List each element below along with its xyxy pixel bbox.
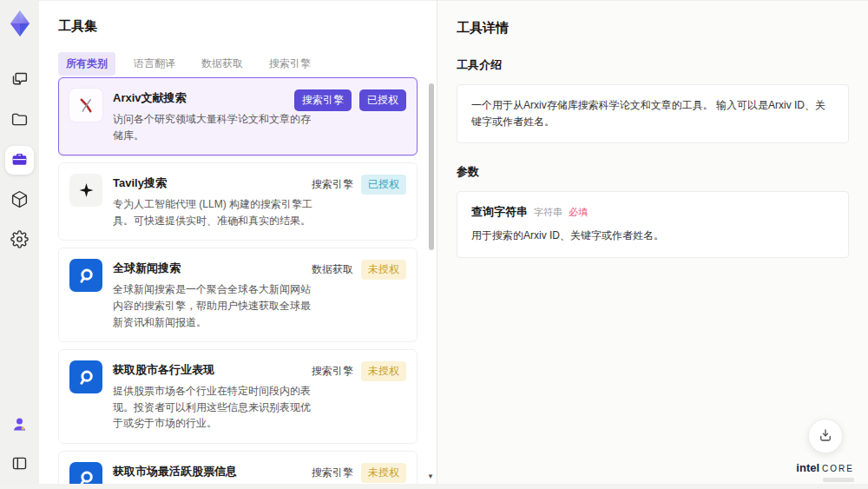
scrollbar-thumb[interactable] bbox=[429, 83, 434, 250]
arxiv-icon bbox=[69, 89, 102, 122]
user-icon bbox=[10, 415, 29, 436]
core-brand-text: core bbox=[822, 464, 854, 473]
auth-status-badge: 未授权 bbox=[361, 361, 406, 381]
window-bottom-edge bbox=[0, 484, 868, 489]
auth-status-badge: 未授权 bbox=[361, 463, 406, 483]
sidebar-item-toggle-panel[interactable] bbox=[5, 450, 34, 479]
app-window: 工具集 所有类别语言翻译数据获取搜索引擎 Arxiv文献搜索 访问各个研究领域大… bbox=[0, 0, 868, 489]
param-box: 查询字符串 字符串 必填 用于搜索的Arxiv ID、关键字或作者姓名。 bbox=[457, 191, 849, 257]
category-badge: 搜索引擎 bbox=[294, 89, 352, 111]
tool-card[interactable]: 获取股市各行业表现 提供股票市场各个行业在特定时间段内的表现。投资者可以利用这些… bbox=[58, 349, 418, 444]
tab-1-语言翻译[interactable]: 语言翻译 bbox=[126, 52, 183, 76]
card-badges: 搜索引擎 已授权 bbox=[312, 175, 406, 195]
tool-description: 全球新闻搜索是一个聚合全球各大新闻网站内容的搜索引擎，帮助用户快速获取全球最新资… bbox=[113, 281, 318, 330]
folder-icon bbox=[10, 110, 29, 131]
sidebar-item-profile[interactable] bbox=[5, 411, 34, 439]
tool-description: 访问各个研究领域大量科学论文和文章的存储库。 bbox=[113, 111, 318, 143]
briefcase-icon bbox=[10, 150, 29, 171]
tool-detail-pane: 工具详情 工具介绍 一个用于从Arxiv存储库搜索科学论文和文章的工具。 输入可… bbox=[437, 0, 868, 489]
intel-core-logo: intelcore bbox=[796, 459, 854, 482]
tool-list: Arxiv文献搜索 访问各个研究领域大量科学论文和文章的存储库。 搜索引擎 已授… bbox=[58, 77, 418, 489]
news-icon bbox=[69, 360, 102, 393]
auth-status-badge: 未授权 bbox=[361, 260, 406, 280]
param-head: 查询字符串 字符串 必填 bbox=[471, 204, 834, 220]
chat-icon bbox=[10, 70, 29, 91]
card-badges: 搜索引擎 已授权 bbox=[294, 89, 406, 111]
param-required-badge: 必填 bbox=[569, 206, 588, 219]
page-title: 工具集 bbox=[58, 18, 418, 35]
sidebar-bottom bbox=[5, 411, 34, 479]
card-badges: 搜索引擎 未授权 bbox=[312, 361, 406, 381]
category-badge: 搜索引擎 bbox=[312, 466, 353, 480]
tool-description: 提供股票市场各个行业在特定时间段内的表现。投资者可以利用这些信息来识别表现优于或… bbox=[113, 383, 318, 432]
toolset-pane: 工具集 所有类别语言翻译数据获取搜索引擎 Arxiv文献搜索 访问各个研究领域大… bbox=[39, 0, 437, 489]
tab-2-数据获取[interactable]: 数据获取 bbox=[194, 52, 251, 76]
card-badges: 数据获取 未授权 bbox=[312, 260, 406, 280]
category-badge: 搜索引擎 bbox=[312, 177, 353, 192]
tab-3-搜索引擎[interactable]: 搜索引擎 bbox=[261, 52, 319, 76]
intel-brand-text: intel bbox=[796, 461, 819, 474]
sidebar-item-chat[interactable] bbox=[5, 66, 34, 95]
scroll-down-icon[interactable]: ▼ bbox=[427, 473, 434, 480]
intro-heading: 工具介绍 bbox=[457, 57, 849, 73]
card-badges: 搜索引擎 未授权 bbox=[312, 463, 406, 483]
intel-sub-mark bbox=[823, 478, 854, 482]
sidebar-nav bbox=[5, 66, 34, 254]
param-name: 查询字符串 bbox=[471, 204, 528, 220]
param-description: 用于搜索的Arxiv ID、关键字或作者姓名。 bbox=[471, 228, 834, 244]
tool-description: 专为人工智能代理 (LLM) 构建的搜索引擎工具。可快速提供实时、准确和真实的结… bbox=[113, 196, 318, 228]
tool-title: 获取股市各行业表现 bbox=[113, 362, 318, 378]
sidebar-item-tools[interactable] bbox=[5, 146, 34, 175]
category-badge: 搜索引擎 bbox=[312, 364, 353, 379]
app-logo-icon bbox=[4, 7, 36, 40]
tool-title: Tavily搜索 bbox=[113, 175, 318, 191]
category-tabs: 所有类别语言翻译数据获取搜索引擎 bbox=[58, 52, 418, 76]
tab-0-所有类别[interactable]: 所有类别 bbox=[58, 52, 115, 76]
tool-title: 获取市场最活跃股票信息 bbox=[113, 464, 318, 479]
sidebar-item-files[interactable] bbox=[5, 106, 34, 135]
tavily-icon bbox=[69, 174, 102, 207]
tool-title: Arxiv文献搜索 bbox=[113, 90, 318, 106]
cube-icon bbox=[10, 190, 29, 211]
detail-title: 工具详情 bbox=[457, 20, 849, 36]
category-badge: 数据获取 bbox=[312, 262, 353, 277]
tool-card[interactable]: Tavily搜索 专为人工智能代理 (LLM) 构建的搜索引擎工具。可快速提供实… bbox=[58, 162, 418, 241]
gear-icon bbox=[10, 230, 29, 251]
tool-title: 全球新闻搜索 bbox=[113, 261, 318, 276]
tool-intro-box: 一个用于从Arxiv存储库搜索科学论文和文章的工具。 输入可以是Arxiv ID… bbox=[457, 84, 849, 143]
auth-status-badge: 已授权 bbox=[361, 175, 406, 195]
sidebar-item-settings[interactable] bbox=[5, 226, 34, 254]
sidebar bbox=[0, 0, 39, 489]
sidebar-item-packages[interactable] bbox=[5, 186, 34, 215]
tool-card[interactable]: 全球新闻搜索 全球新闻搜索是一个聚合全球各大新闻网站内容的搜索引擎，帮助用户快速… bbox=[58, 248, 418, 342]
download-button[interactable] bbox=[808, 419, 843, 453]
tool-intro-text: 一个用于从Arxiv存储库搜索科学论文和文章的工具。 输入可以是Arxiv ID… bbox=[471, 97, 834, 130]
params-heading: 参数 bbox=[457, 164, 849, 180]
download-icon bbox=[818, 427, 833, 446]
auth-status-badge: 已授权 bbox=[359, 89, 406, 111]
floating-actions: intelcore bbox=[796, 419, 854, 482]
param-type: 字符串 bbox=[534, 206, 562, 219]
news-icon bbox=[69, 259, 102, 292]
scrollbar[interactable]: ▼ bbox=[427, 81, 434, 482]
tool-card[interactable]: Arxiv文献搜索 访问各个研究领域大量科学论文和文章的存储库。 搜索引擎 已授… bbox=[58, 77, 418, 155]
panel-toggle-icon bbox=[10, 454, 29, 475]
